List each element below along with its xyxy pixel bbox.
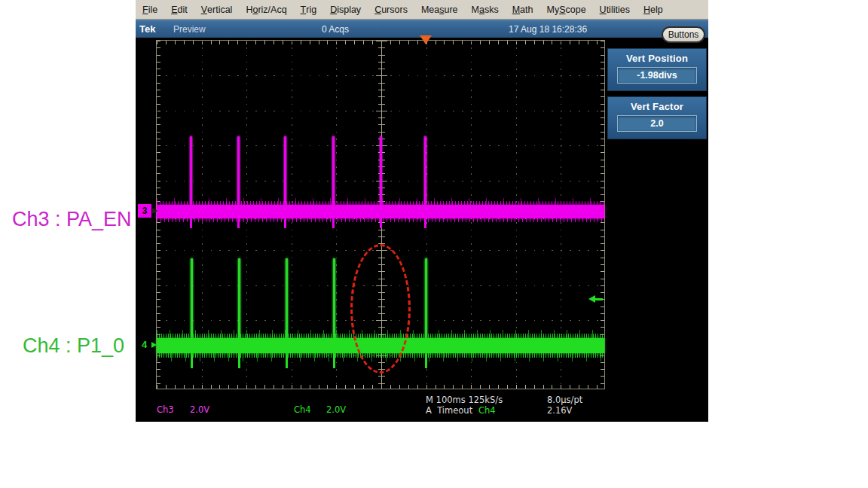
ch3-pulse: [424, 136, 426, 206]
trigger-type-readout: A Timeout: [426, 405, 472, 416]
tek-logo: Tek: [139, 23, 155, 35]
ch4-position-marker[interactable]: 4: [142, 339, 147, 350]
menu-item-file[interactable]: File: [136, 0, 164, 19]
menu-item-trig[interactable]: Trig: [294, 0, 324, 19]
menu-item-help[interactable]: Help: [637, 0, 670, 19]
ch4-readout-label[interactable]: Ch4: [294, 404, 311, 415]
ch4-annotation-label: Ch4 : P1_0: [23, 334, 124, 358]
buttons-button[interactable]: Buttons: [662, 26, 705, 43]
ch4-scale-readout[interactable]: 2.0V: [326, 404, 346, 415]
trigger-level-readout: 2.16V: [547, 405, 572, 416]
vert-position-value[interactable]: -1.98divs: [617, 67, 697, 84]
vert-factor-value[interactable]: 2.0: [617, 115, 697, 132]
ch3-scale-readout[interactable]: 2.0V: [190, 404, 209, 415]
sample-resolution-readout: 8.0µs/pt: [547, 395, 582, 405]
ch3-marker-arrow-icon: [152, 208, 157, 214]
menu-item-edit[interactable]: Edit: [164, 0, 194, 19]
datetime-display: 17 Aug 18 16:28:36: [509, 24, 587, 35]
trigger-level-arrow-head-icon: [588, 295, 595, 303]
ch4-pulse: [191, 258, 193, 339]
acquisition-mode-status: Preview: [173, 24, 206, 35]
ch3-pulse: [237, 136, 240, 206]
vert-position-title: Vert Position: [608, 53, 706, 64]
menu-item-measure[interactable]: Measure: [414, 0, 465, 19]
vert-factor-title: Vert Factor: [608, 101, 706, 112]
menu-item-vertical[interactable]: Vertical: [194, 0, 240, 19]
ch3-pulse: [190, 136, 192, 206]
ch4-pulse: [286, 258, 288, 339]
trigger-source-readout: Ch4: [478, 405, 496, 416]
trigger-level-arrow-icon: [594, 298, 603, 300]
ch4-pulse: [238, 258, 240, 339]
menu-item-myscope[interactable]: MyScope: [539, 0, 592, 19]
ch3-pulse: [332, 136, 335, 206]
menu-bar: FileEditVerticalHoriz/AcqTrigDisplayCurs…: [136, 0, 708, 20]
graticule: [156, 40, 605, 389]
vert-factor-panel: Vert Factor 2.0: [607, 96, 707, 139]
oscilloscope-screen: FileEditVerticalHoriz/AcqTrigDisplayCurs…: [136, 0, 708, 422]
menu-item-utilities[interactable]: Utilities: [593, 0, 637, 19]
horizontal-scale-readout: M 100ms 125kS/s: [426, 395, 503, 405]
ch4-pulse: [333, 258, 335, 339]
trigger-position-marker-icon[interactable]: [420, 35, 432, 44]
vert-position-panel: Vert Position -1.98divs: [607, 48, 707, 91]
menu-item-horizacq[interactable]: Horiz/Acq: [239, 0, 293, 19]
ch3-pulse: [380, 136, 382, 206]
ch3-position-marker[interactable]: 3: [138, 204, 151, 218]
menu-item-masks[interactable]: Masks: [465, 0, 506, 19]
menu-item-cursors[interactable]: Cursors: [368, 0, 414, 19]
ch3-baseline-trace: [157, 205, 604, 218]
menu-item-math[interactable]: Math: [506, 0, 540, 19]
ch4-marker-arrow-icon: [151, 342, 157, 348]
ch3-pulse: [284, 136, 286, 206]
menu-item-display[interactable]: Display: [323, 0, 368, 19]
ch4-pulse: [425, 258, 427, 339]
ch3-readout-label[interactable]: Ch3: [157, 404, 174, 415]
missing-pulse-highlight-ellipse: [350, 244, 411, 374]
ch3-annotation-label: Ch3 : PA_EN: [12, 208, 132, 231]
acquisition-count: 0 Acqs: [322, 24, 349, 35]
